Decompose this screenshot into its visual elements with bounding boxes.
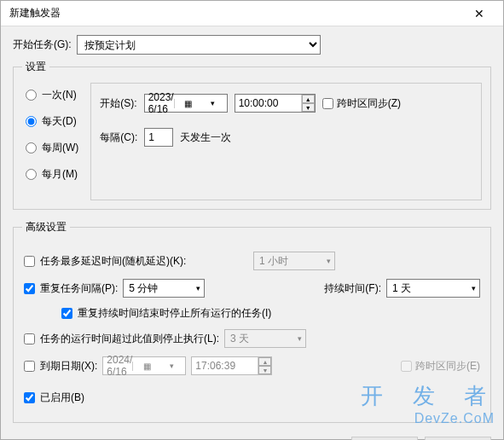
tz-sync-input[interactable] bbox=[322, 98, 333, 109]
expire-checkbox[interactable]: 到期日期(X): bbox=[24, 359, 97, 373]
close-button[interactable]: ✕ bbox=[462, 4, 496, 23]
expire-tz-input bbox=[401, 361, 412, 372]
calendar-icon[interactable]: ▦ bbox=[174, 99, 200, 108]
titlebar: 新建触发器 ✕ bbox=[1, 1, 503, 26]
expire-input[interactable] bbox=[24, 361, 35, 372]
tz-sync-checkbox[interactable]: 跨时区同步(Z) bbox=[322, 96, 401, 111]
start-date-input[interactable]: 2023/ 6/16 ▦ ▾ bbox=[144, 94, 228, 113]
start-task-select[interactable]: 按预定计划 bbox=[77, 35, 321, 55]
radio-monthly[interactable]: 每月(M) bbox=[26, 167, 78, 182]
chevron-down-icon: ▾ bbox=[325, 257, 333, 265]
radio-weekly-input[interactable] bbox=[26, 142, 37, 153]
settings-fieldset: 设置 一次(N) 每天(D) 每周(W) bbox=[13, 60, 491, 210]
chevron-down-icon[interactable]: ▾ bbox=[200, 99, 224, 107]
repeat-checkbox[interactable]: 重复任务间隔(P): bbox=[24, 281, 118, 296]
start-task-label: 开始任务(G): bbox=[13, 38, 72, 52]
enabled-input[interactable] bbox=[24, 392, 35, 403]
spinner-up-icon: ▲ bbox=[258, 357, 271, 366]
close-icon: ✕ bbox=[474, 7, 484, 20]
chevron-down-icon[interactable]: ▾ bbox=[194, 284, 202, 292]
window-title: 新建触发器 bbox=[9, 6, 61, 20]
interval-input[interactable] bbox=[144, 128, 173, 147]
advanced-fieldset: 高级设置 任务最多延迟时间(随机延迟)(K): 1 小时 ▾ 重复任务间隔(P)… bbox=[13, 220, 491, 423]
stop-over-checkbox[interactable]: 任务的运行时间超过此值则停止执行(L): bbox=[24, 332, 219, 346]
spinner-up-icon[interactable]: ▲ bbox=[302, 95, 315, 103]
spinner-down-icon[interactable]: ▼ bbox=[302, 103, 315, 112]
radio-daily[interactable]: 每天(D) bbox=[26, 114, 78, 129]
repeat-input[interactable] bbox=[24, 283, 35, 294]
chevron-down-icon: ▾ bbox=[296, 334, 304, 343]
interval-label: 每隔(C): bbox=[100, 130, 137, 145]
radio-monthly-input[interactable] bbox=[26, 169, 37, 180]
chevron-down-icon: ▾ bbox=[159, 362, 183, 370]
delay-checkbox[interactable]: 任务最多延迟时间(随机延迟)(K): bbox=[24, 254, 186, 269]
expire-time-input: 17:06:39 ▲ ▼ bbox=[191, 356, 272, 375]
stop-end-input[interactable] bbox=[61, 308, 72, 319]
time-spinner[interactable]: ▲ ▼ bbox=[301, 95, 315, 112]
enabled-checkbox[interactable]: 已启用(B) bbox=[24, 391, 84, 405]
spinner-down-icon: ▼ bbox=[258, 366, 271, 374]
schedule-box: 开始(S): 2023/ 6/16 ▦ ▾ 10:00:00 ▲ ▼ bbox=[90, 83, 482, 200]
settings-legend: 设置 bbox=[22, 60, 49, 74]
delay-combo: 1 小时 ▾ bbox=[253, 252, 335, 270]
expire-date-input: 2024/ 6/16 ▦ ▾ bbox=[102, 356, 186, 375]
advanced-legend: 高级设置 bbox=[22, 220, 70, 234]
start-label: 开始(S): bbox=[100, 96, 136, 111]
stop-end-checkbox[interactable]: 重复持续时间结束时停止所有运行的任务(I) bbox=[61, 306, 271, 321]
radio-once-input[interactable] bbox=[26, 90, 37, 101]
repeat-combo[interactable]: 5 分钟 ▾ bbox=[123, 279, 205, 298]
radio-once[interactable]: 一次(N) bbox=[26, 88, 78, 102]
stop-over-combo: 3 天 ▾ bbox=[224, 329, 306, 348]
time-spinner: ▲ ▼ bbox=[258, 357, 271, 374]
cancel-button[interactable]: 取消 bbox=[425, 437, 491, 440]
duration-label: 持续时间(F): bbox=[324, 281, 381, 296]
expire-tz-checkbox: 跨时区同步(E) bbox=[401, 359, 480, 373]
calendar-icon: ▦ bbox=[132, 362, 159, 371]
duration-combo[interactable]: 1 天 ▾ bbox=[386, 279, 480, 298]
radio-daily-input[interactable] bbox=[26, 116, 37, 127]
ok-button[interactable]: 确定 bbox=[351, 437, 418, 440]
chevron-down-icon[interactable]: ▾ bbox=[470, 284, 478, 292]
interval-suffix: 天发生一次 bbox=[180, 130, 231, 145]
delay-input[interactable] bbox=[24, 256, 35, 267]
radio-weekly[interactable]: 每周(W) bbox=[26, 141, 78, 155]
stop-over-input[interactable] bbox=[24, 333, 35, 344]
start-time-input[interactable]: 10:00:00 ▲ ▼ bbox=[235, 94, 316, 113]
